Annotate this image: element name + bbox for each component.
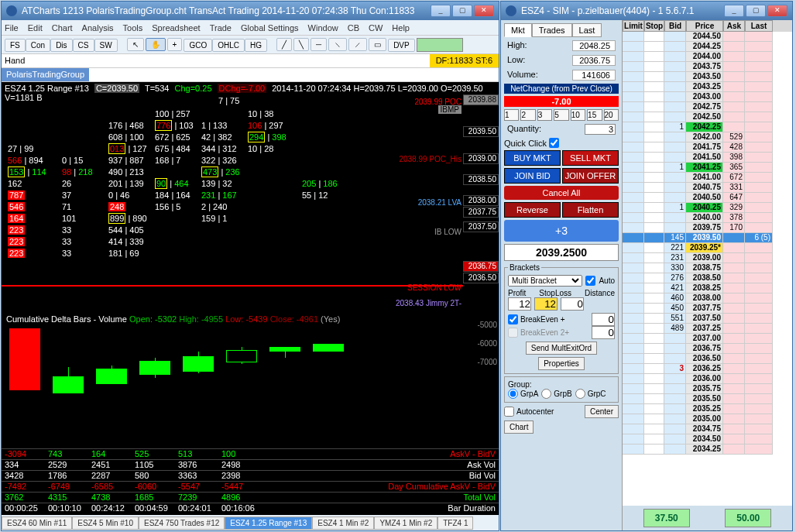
ladder-cell[interactable] bbox=[723, 122, 745, 132]
ladder-row[interactable]: 2044.00 bbox=[623, 52, 792, 62]
ladder-cell[interactable] bbox=[723, 404, 745, 414]
ladder-cell[interactable] bbox=[644, 213, 664, 223]
line4-tool-icon[interactable]: ⟋ bbox=[348, 38, 367, 51]
ladder-cell[interactable] bbox=[723, 263, 745, 273]
join-bid-button[interactable]: JOIN BID bbox=[504, 168, 561, 184]
menu-cw[interactable]: CW bbox=[369, 23, 383, 33]
ladder-row[interactable]: 2042.75 bbox=[623, 102, 792, 112]
minimize-button[interactable]: _ bbox=[431, 5, 451, 17]
ladder-cell[interactable] bbox=[623, 434, 644, 444]
price-ladder[interactable]: LimitStopBidPriceAskLast 2044.502044.252… bbox=[622, 20, 792, 530]
ladder-cell[interactable]: 145 bbox=[664, 233, 686, 243]
ladder-cell[interactable] bbox=[644, 193, 664, 203]
ladder-cell[interactable] bbox=[644, 112, 664, 122]
ladder-cell[interactable] bbox=[644, 434, 664, 444]
ladder-cell[interactable] bbox=[745, 82, 773, 92]
close-button[interactable]: ✕ bbox=[474, 5, 494, 17]
ladder-cell[interactable] bbox=[644, 324, 664, 334]
ladder-cell[interactable] bbox=[623, 444, 644, 455]
ladder-cell[interactable] bbox=[664, 223, 686, 233]
ladder-cell[interactable]: 365 bbox=[723, 163, 745, 173]
ladder-cell[interactable] bbox=[745, 253, 773, 263]
ladder-cell[interactable] bbox=[623, 404, 644, 414]
ladder-cell[interactable] bbox=[745, 434, 773, 444]
ladder-cell[interactable] bbox=[644, 384, 664, 394]
tbtn-dis[interactable]: Dis bbox=[50, 39, 72, 52]
ladder-cell[interactable] bbox=[623, 52, 644, 62]
ladder-cell[interactable] bbox=[745, 444, 773, 455]
ladder-cell[interactable] bbox=[745, 173, 773, 183]
ladder-cell[interactable] bbox=[664, 132, 686, 142]
ladder-cell[interactable]: 2035.75 bbox=[686, 384, 723, 394]
reverse-button[interactable]: Reverse bbox=[504, 202, 561, 218]
crosshair-tool-icon[interactable]: + bbox=[167, 38, 183, 51]
ladder-cell[interactable]: 672 bbox=[723, 173, 745, 183]
ladder-cell[interactable]: 2036.00 bbox=[686, 374, 723, 384]
ladder-cell[interactable]: 2039.50 bbox=[686, 233, 723, 243]
ladder-row[interactable]: 2034.50 bbox=[623, 434, 792, 444]
hline-tool-icon[interactable]: ─ bbox=[311, 38, 327, 51]
auto-checkbox[interactable] bbox=[585, 276, 595, 286]
ladder-cell[interactable]: 2037.50 bbox=[686, 314, 723, 324]
ladder-cell[interactable]: 2034.50 bbox=[686, 434, 723, 444]
ladder-cell[interactable] bbox=[723, 394, 745, 404]
ladder-row[interactable]: 2041.75428 bbox=[623, 142, 792, 153]
ladder-cell[interactable] bbox=[644, 444, 664, 455]
ladder-cell[interactable]: 2036.25 bbox=[686, 364, 723, 374]
ladder-cell[interactable] bbox=[745, 72, 773, 82]
ladder-cell[interactable] bbox=[644, 364, 664, 374]
ladder-cell[interactable] bbox=[745, 394, 773, 404]
ladder-cell[interactable] bbox=[644, 314, 664, 324]
ladder-cell[interactable] bbox=[723, 434, 745, 444]
panel-tab-mkt[interactable]: Mkt bbox=[504, 23, 532, 37]
tbtn-ohlc[interactable]: OHLC bbox=[212, 39, 245, 52]
ladder-cell[interactable] bbox=[723, 233, 745, 243]
ladder-cell[interactable] bbox=[745, 263, 773, 273]
ladder-row[interactable]: 2043.75 bbox=[623, 62, 792, 72]
join-offer-button[interactable]: JOIN OFFER bbox=[562, 168, 619, 184]
ladder-cell[interactable] bbox=[723, 42, 745, 52]
ladder-cell[interactable]: 529 bbox=[723, 132, 745, 142]
menu-analysis[interactable]: Analysis bbox=[82, 23, 114, 33]
size-1[interactable]: 1 bbox=[504, 109, 519, 121]
ladder-cell[interactable] bbox=[664, 102, 686, 112]
ladder-cell[interactable] bbox=[664, 444, 686, 455]
ladder-cell[interactable] bbox=[745, 243, 773, 253]
ladder-cell[interactable] bbox=[644, 42, 664, 52]
ladder-cell[interactable] bbox=[623, 233, 644, 243]
ladder-cell[interactable] bbox=[664, 384, 686, 394]
ladder-cell[interactable]: 2041.00 bbox=[686, 173, 723, 183]
line3-tool-icon[interactable]: ⟍ bbox=[328, 38, 347, 51]
ladder-cell[interactable] bbox=[745, 374, 773, 384]
ladder-cell[interactable] bbox=[623, 32, 644, 42]
qty-input[interactable]: 3 bbox=[585, 124, 616, 135]
maximize-button[interactable]: ▢ bbox=[452, 5, 472, 17]
ladder-row[interactable]: 2035.50 bbox=[623, 394, 792, 404]
ladder-cell[interactable] bbox=[723, 314, 745, 324]
ladder-cell[interactable] bbox=[723, 273, 745, 283]
ladder-row[interactable]: 1452039.506 (5) bbox=[623, 233, 792, 243]
chart-tab[interactable]: ESZ4 1.25 Range #13 bbox=[225, 517, 312, 530]
ladder-cell[interactable] bbox=[623, 203, 644, 213]
ladder-col-last[interactable]: Last bbox=[745, 20, 773, 32]
ladder-cell[interactable] bbox=[745, 314, 773, 324]
ladder-row[interactable]: 2044.50 bbox=[623, 32, 792, 42]
ladder-cell[interactable] bbox=[623, 364, 644, 374]
ladder-cell[interactable] bbox=[745, 42, 773, 52]
ladder-col-price[interactable]: Price bbox=[686, 20, 723, 32]
ladder-cell[interactable] bbox=[644, 72, 664, 82]
ladder-cell[interactable] bbox=[723, 354, 745, 364]
ladder-cell[interactable] bbox=[664, 213, 686, 223]
ladder-cell[interactable] bbox=[623, 102, 644, 112]
ladder-cell[interactable]: 2041.75 bbox=[686, 142, 723, 153]
ladder-cell[interactable]: 2039.25* bbox=[686, 243, 723, 253]
ladder-cell[interactable] bbox=[623, 112, 644, 122]
position-button[interactable]: +3 bbox=[504, 220, 619, 242]
ladder-cell[interactable] bbox=[623, 213, 644, 223]
grpb-radio[interactable] bbox=[541, 389, 551, 399]
ladder-cell[interactable] bbox=[745, 193, 773, 203]
line-tool-icon[interactable]: ╱ bbox=[276, 38, 292, 51]
ladder-cell[interactable]: 2035.50 bbox=[686, 394, 723, 404]
ladder-row[interactable]: 2035.00 bbox=[623, 414, 792, 424]
ladder-cell[interactable] bbox=[745, 404, 773, 414]
